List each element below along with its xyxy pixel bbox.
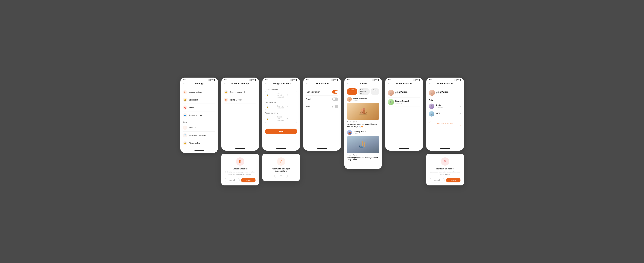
current-pw-group: Current password 🔒 Enter current passwor… <box>265 88 297 99</box>
email-toggle[interactable] <box>332 98 338 101</box>
author-name-2: Courtney Henry <box>353 131 366 133</box>
author-date-2: 22 Aug <box>353 133 366 134</box>
post-title-1: Playtime Adventures: Unleashing Joy and … <box>347 123 379 128</box>
tab-shops[interactable]: Shops <box>371 88 379 95</box>
manage-icon: 👥 <box>183 113 187 117</box>
battery-icon-4: ▌ <box>337 79 338 81</box>
change-pw-body: Current password 🔒 Enter current passwor… <box>262 86 300 147</box>
lock-icon-new: 🔒 <box>267 106 276 108</box>
battery-icon-5: ▌ <box>378 79 379 81</box>
luna-age: 3 years old <box>436 114 443 116</box>
dianne-name: Dianne Russell <box>396 100 409 102</box>
back-arrow-manage[interactable]: ← <box>388 82 390 85</box>
chevron-about: › <box>215 127 215 129</box>
delete-cancel-button[interactable]: Cancel <box>225 178 240 182</box>
delete-modal-icon: 🗑 <box>236 157 244 166</box>
post-menu-1[interactable]: ⋮ <box>376 98 379 101</box>
signal-icon-6: ▐▐▐ <box>412 79 415 81</box>
status-time-6: 9:41 <box>388 79 391 81</box>
saved-tabs: Activities Pet-friendly parks Shops <box>347 88 379 95</box>
status-bar-7: 9:41 ▐▐▐ wifi ▌ <box>426 78 464 81</box>
change-pw-header: ← Change password <box>262 81 300 86</box>
settings-item-manage[interactable]: 👥 Manage access › <box>183 111 215 119</box>
saved-icon: 🔖 <box>183 105 187 110</box>
success-modal-actions: OK <box>266 174 296 178</box>
account-change-password[interactable]: 🔒 Change password › <box>224 88 256 96</box>
saved-body: Activities Pet-friendly parks Shops M Ma… <box>344 86 382 165</box>
manage-access-detail-body: J Jenny Wilson Caregiver Pets R Rocky 8 … <box>426 86 464 147</box>
back-arrow-account[interactable]: ← <box>224 82 226 85</box>
battery-icon-7: ▌ <box>460 79 461 81</box>
change-pw-title: Change password <box>269 82 294 85</box>
wifi-icon-4: wifi <box>334 79 336 81</box>
current-pw-input[interactable]: 🔒 Enter current password 👁 <box>265 91 297 99</box>
status-time-2: 9:41 <box>224 79 227 81</box>
settings-item-account[interactable]: ⚙ Account settings › <box>183 88 215 96</box>
avatar-dianne: D <box>388 99 394 105</box>
post-author-1: M Marvin McKinney 24 Aug ⋮ <box>347 97 379 102</box>
new-pw-input[interactable]: 🔒 Enter new password 👁 <box>265 104 297 110</box>
remove-confirm-button[interactable]: Remove <box>446 178 460 182</box>
delete-modal-actions: Cancel Delete <box>225 178 256 182</box>
back-arrow-notification[interactable]: ← <box>306 82 308 85</box>
remove-luna-button[interactable]: ✕ <box>459 113 461 115</box>
chevron-terms: › <box>215 134 215 136</box>
chevron-delete: › <box>256 99 256 101</box>
repeat-pw-group: Repeat password 🔒 Re-enter new password … <box>265 112 297 123</box>
tab-pet-parks[interactable]: Pet-friendly parks <box>358 88 370 95</box>
settings-item-saved[interactable]: 🔖 Saved › <box>183 104 215 111</box>
wifi-icon-3: wifi <box>293 79 296 81</box>
settings-item-about[interactable]: ℹ About us › <box>183 124 215 132</box>
access-dianne[interactable]: D Dianne Russell Caregiver › <box>388 98 420 107</box>
svg-rect-6 <box>364 142 365 147</box>
push-toggle[interactable] <box>332 90 338 94</box>
settings-screen: 9:41 ▐▐▐ wifi ▌ ← Settings ⚙ Account set… <box>180 78 218 153</box>
delete-modal-title: Delete account <box>225 168 256 170</box>
account-settings-col: 9:41 ▐▐▐ wifi ▌ ← Account settings 🔒 Cha… <box>221 78 259 185</box>
repeat-pw-input[interactable]: 🔒 Re-enter new password 👁 <box>265 115 297 123</box>
delete-label: Delete account <box>230 99 242 101</box>
remove-modal-desc: Are you sure you want to remove all acce… <box>430 171 460 175</box>
back-arrow-saved[interactable]: ← <box>347 82 350 85</box>
likes-1: ❤ 1.2k <box>347 121 352 123</box>
settings-item-terms[interactable]: 📄 Terms and conditions › <box>183 132 215 139</box>
post-card-2: C 🐾 Courtney Henry 22 Aug ⋮ <box>347 130 379 161</box>
tab-activities[interactable]: Activities <box>347 88 358 95</box>
back-arrow-detail[interactable]: ← <box>429 82 432 85</box>
comments-2: 💬 60 <box>353 154 357 156</box>
chevron-saved: › <box>215 107 215 108</box>
success-ok-button[interactable]: OK <box>274 174 288 178</box>
battery-icon-3: ▌ <box>296 79 297 81</box>
back-arrow-settings[interactable]: ← <box>183 82 186 85</box>
home-bar-2 <box>221 147 259 151</box>
home-bar-6 <box>385 147 423 151</box>
settings-header: ← Settings <box>180 81 218 86</box>
back-arrow-change-pw[interactable]: ← <box>265 82 268 85</box>
pet-luna: L Luna 3 years old ✕ <box>429 110 461 118</box>
account-settings-title: Account settings <box>228 82 253 85</box>
remove-modal: ✕ Remove all acess Are you sure you want… <box>426 154 464 185</box>
remove-all-access-button[interactable]: Remove all access <box>429 121 461 126</box>
notification-screen: 9:41 ▐▐▐ wifi ▌ ← Notification Push Noti… <box>303 78 341 151</box>
remove-cancel-button[interactable]: Cancel <box>430 178 444 182</box>
post-image-2 <box>347 136 379 153</box>
access-jenny[interactable]: J Jenny Wilson Caregiver › <box>388 88 420 98</box>
eye-icon-new[interactable]: 👁 <box>286 106 296 108</box>
svg-point-8 <box>359 146 360 147</box>
settings-item-notification[interactable]: 🔔 Notification › <box>183 96 215 104</box>
eye-icon-repeat[interactable]: 👁 <box>286 118 296 120</box>
manage-access-header: ← Manage access <box>385 81 423 86</box>
eye-icon-current[interactable]: 👁 <box>286 94 296 96</box>
account-delete[interactable]: 🗑 Delete account › <box>224 96 256 104</box>
current-pw-label: Current password <box>265 88 297 90</box>
status-time-7: 9:41 <box>429 79 432 81</box>
change-pw-icon: 🔒 <box>224 90 228 94</box>
home-bar-1 <box>180 149 218 153</box>
post-menu-2[interactable]: ⋮ <box>376 131 379 134</box>
remove-rocky-button[interactable]: ✕ <box>459 105 461 108</box>
pets-section-label: Pets <box>429 99 461 101</box>
settings-item-privacy[interactable]: 🔒 Privacy policy › <box>183 139 215 147</box>
sms-toggle[interactable] <box>332 105 338 108</box>
save-password-button[interactable]: Save <box>265 129 297 134</box>
delete-confirm-button[interactable]: Delete <box>241 178 256 182</box>
